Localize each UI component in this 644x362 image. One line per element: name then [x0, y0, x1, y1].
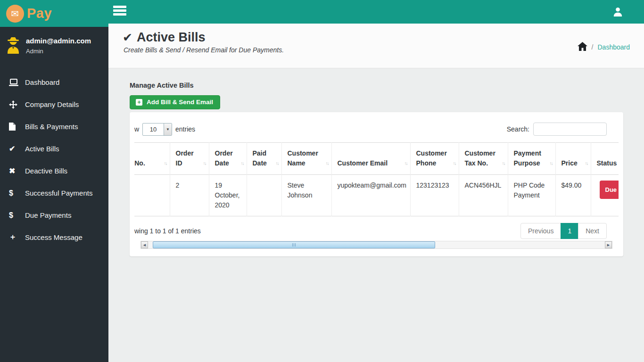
sidebar-item-bills-payments[interactable]: Bills & Payments: [0, 115, 108, 138]
sidebar-item-label: Success Message: [25, 233, 83, 241]
breadcrumb-separator: /: [592, 43, 594, 51]
table-card: Show 10 ▼ entries Search:: [130, 112, 623, 256]
table-info: Showing 1 to 1 of 1 entries: [134, 227, 201, 235]
table-scroll-viewport: Show 10 ▼ entries Search:: [134, 117, 619, 239]
plus-icon: ＋: [9, 232, 20, 242]
table-controls: Show 10 ▼ entries Search:: [134, 123, 607, 136]
sidebar-item-due-payments[interactable]: $ Due Payments: [0, 204, 108, 226]
sidebar-nav: Dashboard Company Details Bills & Paymen…: [0, 71, 108, 248]
cell-price: $49.00: [555, 175, 591, 216]
check-icon: ✔: [9, 144, 20, 153]
table-header-row: S.No.↑↓ Order ID↑↓ Order Date↑↓ Paid Dat…: [134, 143, 619, 175]
cell-paid-date: [247, 175, 281, 216]
sidebar-item-label: Company Details: [25, 100, 79, 108]
horizontal-scrollbar[interactable]: ◀ ▶: [140, 241, 612, 249]
move-icon: [9, 100, 20, 109]
main-content: Manage Active Bills + Add Bill & Send Em…: [108, 69, 644, 362]
user-account-icon[interactable]: [612, 7, 623, 19]
scroll-right-arrow-icon[interactable]: ▶: [605, 241, 612, 248]
pagination-page-1-button[interactable]: 1: [561, 223, 578, 239]
status-badge: Due: [600, 181, 619, 199]
sort-icon: ↑↓: [164, 158, 167, 168]
col-header-payment-purpose[interactable]: Payment Purpose↑↓: [508, 143, 555, 175]
breadcrumb: / Dashboard: [578, 42, 630, 52]
scroll-left-arrow-icon[interactable]: ◀: [141, 241, 148, 248]
sidebar-item-label: Dashboard: [25, 78, 59, 86]
sidebar-item-label: Due Payments: [25, 211, 71, 219]
topbar: [108, 0, 644, 24]
sidebar-item-deactive-bills[interactable]: ✖ Deactive Bills: [0, 160, 108, 182]
sort-icon: ↑↓: [326, 158, 329, 168]
pagination: Previous 1 Next: [520, 223, 607, 239]
col-header-order-id[interactable]: Order ID↑↓: [170, 143, 209, 175]
page-header: ✔ Active Bills Create Bills & Send / Res…: [108, 24, 644, 68]
pagination-next-button[interactable]: Next: [578, 223, 607, 239]
sort-icon: ↑↓: [453, 158, 456, 168]
user-email: admin@admin.com: [26, 37, 91, 45]
page-title: Active Bills: [137, 30, 206, 45]
pagination-previous-button[interactable]: Previous: [520, 223, 561, 239]
page-length-control: Show 10 ▼ entries: [134, 123, 195, 136]
plus-square-icon: +: [136, 99, 142, 106]
sidebar-item-label: Deactive Bills: [25, 167, 67, 175]
chevron-down-icon: ▼: [164, 123, 172, 135]
col-header-status[interactable]: Status: [591, 143, 619, 175]
hamburger-menu-icon[interactable]: [113, 6, 126, 17]
col-header-paid-date[interactable]: Paid Date↑↓: [247, 143, 281, 175]
table-row: 1 2 19 October, 2020 Steve Johnson yupok…: [134, 175, 619, 216]
scrollbar-thumb[interactable]: [153, 241, 435, 248]
col-header-customer-tax[interactable]: Customer Tax No.↑↓: [459, 143, 508, 175]
sidebar-item-label: Bills & Payments: [25, 123, 78, 131]
envelope-icon: ✉: [6, 5, 24, 23]
cell-order-date: 19 October, 2020: [209, 175, 247, 216]
sidebar: ✉ Pay admin@admin.com Admin Dashboard: [0, 0, 108, 362]
add-bill-button[interactable]: + Add Bill & Send Email: [130, 95, 220, 109]
sidebar-item-company-details[interactable]: Company Details: [0, 93, 108, 115]
breadcrumb-link-dashboard[interactable]: Dashboard: [598, 43, 630, 51]
dollar-icon: $: [9, 189, 20, 197]
sort-icon: ↑↓: [203, 158, 206, 168]
user-secret-icon: [6, 37, 21, 56]
sort-icon: ↑↓: [502, 158, 505, 168]
sidebar-item-success-message[interactable]: ＋ Success Message: [0, 226, 108, 248]
col-header-order-date[interactable]: Order Date↑↓: [209, 143, 247, 175]
sidebar-item-successful-payments[interactable]: $ Successful Payments: [0, 182, 108, 204]
search-input[interactable]: [533, 123, 607, 136]
cell-customer-name: Steve Johnson: [281, 175, 331, 216]
active-bills-table: S.No.↑↓ Order ID↑↓ Order Date↑↓ Paid Dat…: [134, 142, 619, 216]
table-footer: Showing 1 to 1 of 1 entries Previous 1 N…: [134, 223, 607, 239]
dollar-icon: $: [9, 211, 20, 220]
sort-icon: ↑↓: [405, 158, 407, 168]
entries-select[interactable]: 10 ▼: [142, 123, 172, 136]
sidebar-item-active-bills[interactable]: ✔ Active Bills: [0, 138, 108, 160]
page-subtitle: Create Bills & Send / Resend Email for D…: [124, 46, 284, 54]
col-header-price[interactable]: Price↑↓: [555, 143, 591, 175]
file-icon: [9, 123, 20, 131]
sort-icon: ↑↓: [585, 158, 588, 168]
sidebar-item-dashboard[interactable]: Dashboard: [0, 71, 108, 93]
sidebar-item-label: Successful Payments: [25, 189, 92, 197]
entries-label: entries: [175, 125, 195, 133]
sort-icon: ↑↓: [550, 158, 553, 168]
home-icon[interactable]: [578, 42, 587, 53]
laptop-icon: [9, 79, 20, 86]
cell-payment-purpose: PHP Code Payment: [508, 175, 555, 216]
col-header-customer-phone[interactable]: Customer Phone↑↓: [410, 143, 459, 175]
section-title: Manage Active Bills: [130, 82, 623, 89]
col-header-customer-name[interactable]: Customer Name↑↓: [281, 143, 331, 175]
x-icon: ✖: [9, 166, 20, 175]
cell-customer-email: yupokteam@gmail.com: [331, 175, 410, 216]
brand-logo[interactable]: ✉ Pay: [0, 0, 108, 27]
cell-customer-phone: 123123123: [410, 175, 459, 216]
search-control: Search:: [507, 123, 607, 136]
show-label: Show: [134, 125, 139, 133]
sort-icon: ↑↓: [276, 158, 279, 168]
cell-status: Due: [591, 175, 619, 216]
sort-icon: ↑↓: [241, 158, 244, 168]
sidebar-item-label: Active Bills: [25, 145, 59, 153]
col-header-sno[interactable]: S.No.↑↓: [134, 143, 170, 175]
cell-order-id: 2: [170, 175, 209, 216]
check-icon: ✔: [123, 31, 132, 44]
col-header-customer-email[interactable]: Customer Email↑↓: [331, 143, 410, 175]
cell-sno: 1: [134, 175, 170, 216]
